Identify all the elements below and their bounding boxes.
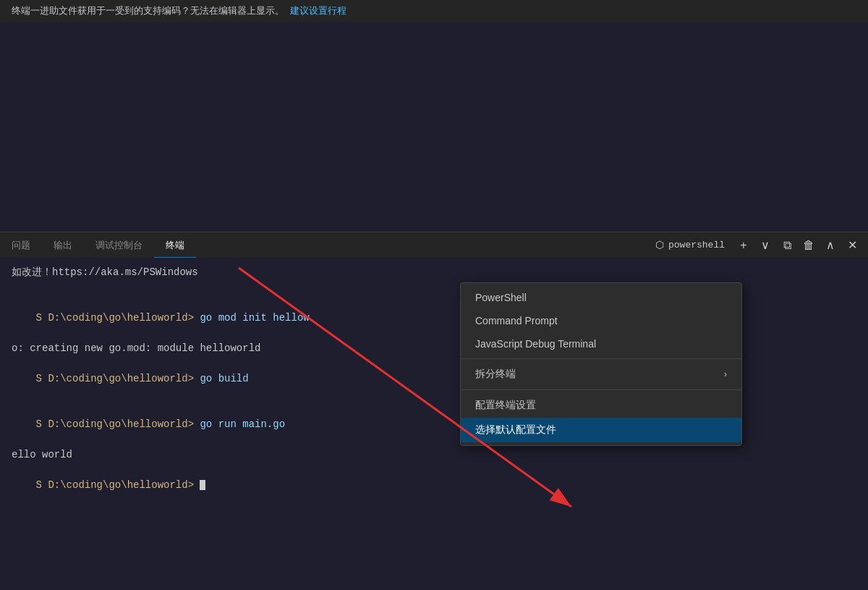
menu-item-configure-settings[interactable]: 配置终端设置 <box>461 393 741 418</box>
menu-item-select-default[interactable]: 选择默认配置文件 <box>461 418 741 442</box>
tab-debug-console[interactable]: 调试控制台 <box>84 232 154 258</box>
plus-icon: + <box>740 239 746 252</box>
terminal-line: 如改进！https://aka.ms/PSWindows <box>12 265 856 280</box>
terminal-line: ello world <box>12 447 856 463</box>
split-terminal-label: 拆分终端 <box>475 368 516 381</box>
tab-output[interactable]: 输出 <box>42 232 84 258</box>
menu-separator <box>461 358 741 359</box>
tab-terminal[interactable]: 终端 <box>154 232 196 258</box>
kill-terminal-button[interactable]: 🗑 <box>799 235 819 256</box>
notice-link[interactable]: 建议设置行程 <box>290 6 346 17</box>
maximize-panel-button[interactable]: ∧ <box>820 235 841 256</box>
editor-area: 终端一进助文件获用于一受到的支持编码？无法在编辑器上显示。 建议设置行程 <box>0 0 868 232</box>
terminal-prompt: S D:\coding\go\helloworld> <box>36 312 200 324</box>
terminal-shell-label[interactable]: ⬡ powershell <box>648 239 732 251</box>
split-terminal-button[interactable]: ⧉ <box>777 235 797 256</box>
new-terminal-button[interactable]: + <box>733 235 754 256</box>
menu-item-command-prompt[interactable]: Command Prompt <box>461 309 741 332</box>
chevron-up-icon: ∧ <box>826 238 835 252</box>
submenu-arrow-icon: › <box>724 369 727 379</box>
split-icon: ⧉ <box>783 239 791 252</box>
terminal-cursor <box>200 480 205 490</box>
notice-text: 终端一进助文件获用于一受到的支持编码？无法在编辑器上显示。 <box>12 6 284 17</box>
context-menu: PowerShell Command Prompt JavaScript Deb… <box>460 282 742 446</box>
tab-problems[interactable]: 问题 <box>0 232 42 258</box>
terminal-dropdown-button[interactable]: ∨ <box>755 235 775 256</box>
terminal-actions: ⬡ powershell + ∨ ⧉ 🗑 ∧ ✕ <box>648 232 868 258</box>
terminal-command: go mod init hellow <box>200 312 309 324</box>
menu-item-powershell[interactable]: PowerShell <box>461 286 741 309</box>
panel-tabs-bar: 问题 输出 调试控制台 终端 ⬡ powershell + ∨ ⧉ 🗑 ∧ ✕ <box>0 232 868 258</box>
terminal-shell-icon: ⬡ <box>655 239 664 251</box>
terminal-prompt: S D:\coding\go\helloworld> <box>36 418 200 430</box>
close-icon: ✕ <box>848 238 857 252</box>
top-notice: 终端一进助文件获用于一受到的支持编码？无法在编辑器上显示。 建议设置行程 <box>0 0 868 22</box>
terminal-command: go run main.go <box>200 418 285 430</box>
terminal-command: go build <box>200 373 248 384</box>
terminal-line: S D:\coding\go\helloworld> <box>12 463 856 508</box>
terminal-shell-name: powershell <box>668 240 725 250</box>
menu-item-js-debug[interactable]: JavaScript Debug Terminal <box>461 332 741 355</box>
trash-icon: 🗑 <box>803 239 814 252</box>
close-panel-button[interactable]: ✕ <box>842 235 862 256</box>
chevron-down-icon: ∨ <box>761 238 770 252</box>
terminal-prompt: S D:\coding\go\helloworld> <box>36 373 200 384</box>
menu-item-split-terminal[interactable]: 拆分终端 › <box>461 362 741 387</box>
terminal-prompt: S D:\coding\go\helloworld> <box>36 479 200 491</box>
menu-separator <box>461 389 741 390</box>
